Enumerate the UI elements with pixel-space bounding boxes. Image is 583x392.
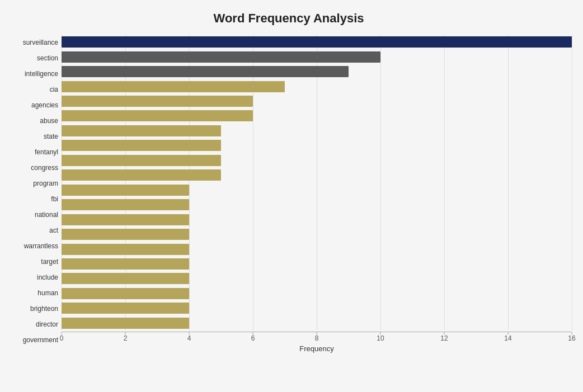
bars-list — [62, 35, 572, 330]
bar-row — [62, 316, 572, 330]
bar — [62, 66, 349, 77]
bar — [62, 81, 285, 92]
y-label: state — [44, 129, 58, 144]
y-label: fentanyl — [35, 144, 58, 160]
bar — [62, 185, 189, 196]
y-label: surveillance — [23, 35, 58, 50]
bar-row — [62, 212, 572, 226]
chart-container: Word Frequency Analysis surveillancesect… — [0, 0, 583, 392]
y-label: congress — [31, 160, 58, 176]
bar — [62, 318, 189, 329]
x-tick-label: 0 — [60, 334, 64, 342]
y-label: abuse — [40, 113, 58, 129]
bar-row — [62, 49, 572, 64]
y-label: cia — [50, 82, 58, 97]
bar-row — [62, 94, 572, 108]
bar-row — [62, 242, 572, 256]
y-label: director — [36, 317, 58, 332]
bar — [62, 199, 189, 210]
bar — [62, 169, 221, 181]
x-tick-label: 12 — [440, 334, 448, 342]
x-tick-label: 14 — [504, 334, 511, 342]
y-label: program — [33, 176, 58, 191]
chart-title: Word Frequency Analysis — [6, 11, 572, 26]
y-label: national — [35, 207, 58, 223]
y-label: section — [37, 50, 58, 66]
y-label: fbi — [51, 191, 58, 207]
bar-row — [62, 64, 572, 79]
y-label: act — [49, 223, 58, 238]
y-label: include — [37, 270, 58, 285]
bar-row — [62, 197, 572, 212]
x-axis-label: Frequency — [299, 344, 333, 353]
x-tick-label: 4 — [187, 334, 191, 342]
bar-row — [62, 35, 572, 49]
bar-row — [62, 124, 572, 138]
y-label: warrantless — [24, 238, 58, 254]
bar-row — [62, 138, 572, 153]
y-label: human — [37, 285, 58, 301]
bar-row — [62, 183, 572, 197]
y-axis: surveillancesectionintelligenceciaagenci… — [6, 35, 62, 354]
bar — [62, 51, 380, 63]
grid-line — [572, 35, 572, 330]
x-tick-label: 2 — [124, 334, 128, 342]
bar — [62, 214, 189, 225]
y-label: agencies — [31, 97, 58, 113]
bars-section — [62, 35, 572, 330]
bar-row — [62, 153, 572, 168]
bar — [62, 155, 221, 166]
bar-row — [62, 286, 572, 301]
bar — [62, 258, 189, 270]
bar-row — [62, 168, 572, 182]
x-tick-label: 16 — [568, 334, 575, 342]
chart-area: surveillancesectionintelligenceciaagenci… — [6, 35, 572, 354]
bar — [62, 96, 253, 107]
bar-row — [62, 301, 572, 315]
bar — [62, 288, 189, 299]
bars-and-xaxis: Frequency 0246810121416 — [62, 35, 572, 354]
bar-row — [62, 227, 572, 242]
x-tick-label: 10 — [377, 334, 384, 342]
bar-row — [62, 108, 572, 123]
y-label: target — [41, 254, 58, 270]
bar — [62, 273, 189, 284]
bar — [62, 36, 572, 48]
x-tick-label: 6 — [251, 334, 255, 342]
y-label: brighteon — [30, 301, 58, 317]
bar-row — [62, 79, 572, 93]
x-tick-label: 8 — [315, 334, 319, 342]
y-label: intelligence — [25, 66, 58, 82]
bar — [62, 140, 221, 151]
bar — [62, 244, 189, 255]
x-axis: Frequency 0246810121416 — [62, 332, 572, 354]
bar — [62, 229, 189, 240]
bar-row — [62, 271, 572, 286]
y-label: government — [23, 332, 58, 348]
bar — [62, 125, 221, 136]
bar — [62, 303, 189, 314]
bar — [62, 110, 253, 121]
bar-row — [62, 257, 572, 271]
